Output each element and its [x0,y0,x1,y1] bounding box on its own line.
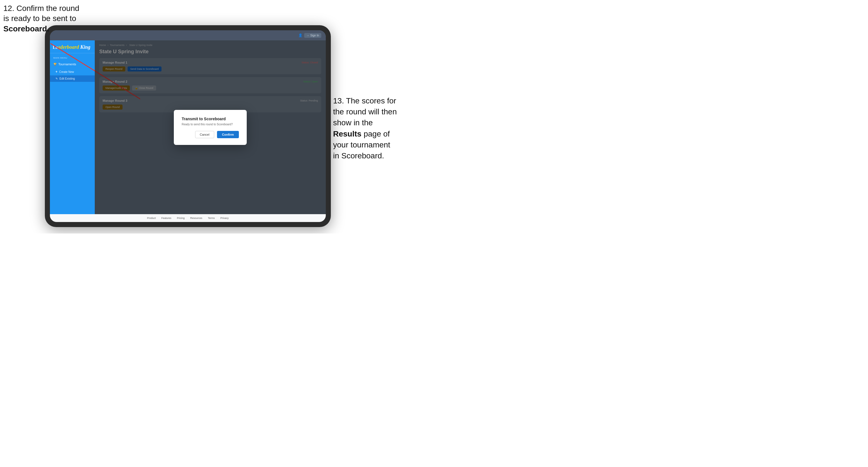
annotation-right-line3: show in the [333,118,373,127]
logo-part1: Le [53,45,58,50]
top-bar: 👤 → Sign In [50,30,326,40]
logo-king: King [79,44,91,50]
sidebar-create-label: Create New [59,70,74,73]
modal-overlay: Transmit to Scoreboard Ready to send thi… [95,40,326,214]
sign-in-icon: → [306,34,309,37]
annotation-right-line1: 13. The scores for [333,96,396,105]
app-logo: Leaderboard King [53,44,92,50]
modal-cancel-button[interactable]: Cancel [195,131,214,138]
annotation-line3: Scoreboard. [3,24,49,33]
annotation-line1: 12. Confirm the round [3,4,79,12]
modal-box: Transmit to Scoreboard Ready to send thi… [174,110,247,145]
annotation-right-line2: the round will then [333,107,397,116]
annotation-right-line4: page of [362,129,390,138]
modal-actions: Cancel Confirm [182,131,239,138]
trophy-icon [53,63,57,66]
annotation-right-bold: Results [333,129,362,138]
logo-area: Leaderboard King [50,40,95,53]
modal-confirm-button[interactable]: Confirm [217,131,239,138]
sidebar-item-create-new[interactable]: + Create New [50,68,95,75]
footer-features[interactable]: Features [161,217,171,219]
content-area: Home › Tournaments › State U Spring Invi… [95,40,326,214]
user-icon: 👤 [298,33,303,37]
tablet-screen: 👤 → Sign In Leaderboard King MAIN MENU T… [50,30,326,222]
sidebar-item-edit-existing[interactable]: ✎ Edit Existing [50,75,95,82]
logo-accent: aderboard [58,44,79,50]
footer-terms[interactable]: Terms [208,217,215,219]
footer-resources[interactable]: Resources [190,217,203,219]
edit-icon: ✎ [56,77,58,80]
main-layout: Leaderboard King MAIN MENU Tournaments +… [50,40,326,214]
annotation-top: 12. Confirm the round is ready to be sen… [3,3,79,34]
annotation-right-line6: in Scoreboard. [333,151,384,160]
footer-privacy[interactable]: Privacy [220,217,229,219]
annotation-right: 13. The scores for the round will then s… [333,95,428,161]
footer-product[interactable]: Product [147,217,156,219]
footer-pricing[interactable]: Pricing [177,217,185,219]
modal-title: Transmit to Scoreboard [182,117,239,121]
tablet-frame: 👤 → Sign In Leaderboard King MAIN MENU T… [45,25,331,227]
sidebar-item-tournaments[interactable]: Tournaments [50,60,95,68]
tablet-footer: Product Features Pricing Resources Terms… [50,214,326,222]
sidebar-edit-label: Edit Existing [59,77,75,80]
modal-subtitle: Ready to send this round to Scoreboard? [182,123,239,126]
plus-icon: + [56,70,58,74]
sidebar: Leaderboard King MAIN MENU Tournaments +… [50,40,95,214]
annotation-right-line5: your tournament [333,141,390,149]
annotation-line2: is ready to be sent to [3,14,76,23]
sidebar-tournaments-label: Tournaments [58,63,76,66]
sign-in-label: Sign In [310,34,319,37]
main-menu-label: MAIN MENU [50,55,95,60]
sign-in-button[interactable]: → Sign In [304,33,321,38]
